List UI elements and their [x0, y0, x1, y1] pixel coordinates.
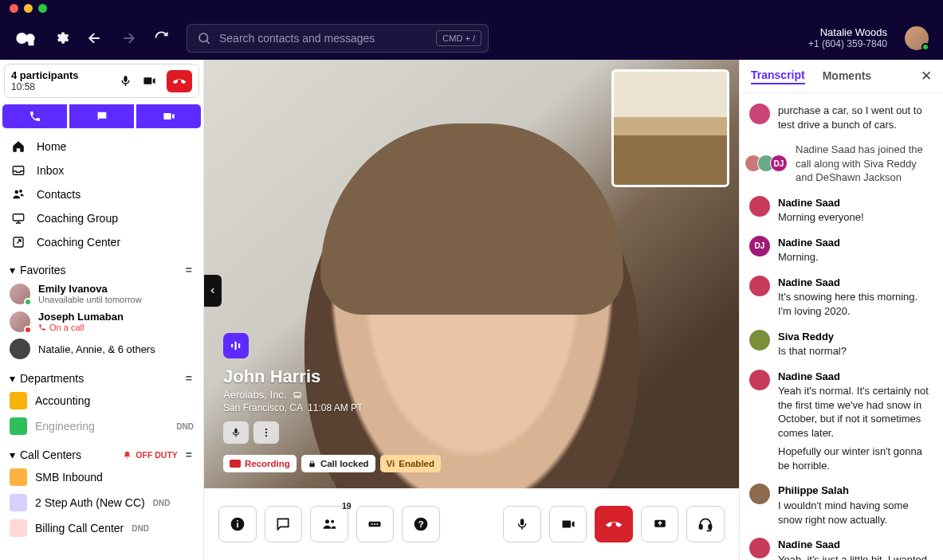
self-view[interactable]: [611, 69, 729, 187]
departments-header[interactable]: ▾ Departments =: [8, 369, 195, 388]
svg-rect-11: [294, 392, 301, 396]
department-name: Accounting: [35, 394, 194, 407]
nav-home-label: Home: [37, 140, 66, 153]
call-controls-bar: 19 ?: [204, 488, 739, 560]
recording-chip[interactable]: Recording: [223, 455, 297, 472]
avatar-icon: [10, 311, 30, 332]
nav-coaching-group[interactable]: Coaching Group: [8, 206, 195, 230]
nav-home[interactable]: Home: [8, 135, 195, 159]
window-zoom-dot[interactable]: [38, 4, 47, 13]
avatar-icon: [10, 284, 30, 304]
window-close-dot[interactable]: [10, 4, 18, 13]
favorite-name: Joseph Lumaban: [38, 311, 194, 323]
tab-transcript[interactable]: Transcript: [751, 69, 805, 84]
transcript-message: purchase a car, so I went out to test dr…: [749, 98, 933, 137]
participant-mic-button[interactable]: [223, 421, 249, 444]
current-user[interactable]: Natalie Woods +1 (604) 359-7840: [808, 26, 887, 49]
transcript-feed[interactable]: purchase a car, so I went out to test dr…: [740, 93, 943, 560]
svg-point-21: [371, 523, 373, 525]
search-input[interactable]: [219, 32, 428, 45]
current-user-name: Natalie Woods: [808, 26, 887, 38]
svg-rect-17: [237, 520, 238, 522]
call-center-item[interactable]: 2 Step Auth (New CC)DND: [8, 490, 195, 515]
avatar-icon: [749, 104, 770, 124]
call-centers-header[interactable]: ▾ Call Centers OFF DUTY =: [8, 445, 195, 464]
off-duty-badge[interactable]: OFF DUTY: [122, 450, 178, 460]
dial-button[interactable]: [2, 104, 67, 128]
laptop-icon: [292, 390, 303, 400]
svg-rect-28: [709, 525, 711, 529]
reorder-icon[interactable]: =: [186, 448, 194, 461]
nav-forward-icon: [120, 30, 136, 46]
external-link-icon: [11, 235, 26, 249]
department-item[interactable]: EngineeringDND: [8, 413, 195, 439]
tab-moments[interactable]: Moments: [823, 69, 871, 84]
nav-coaching-center[interactable]: Coaching Center: [8, 230, 195, 254]
help-button[interactable]: ?: [402, 506, 440, 542]
close-icon[interactable]: ✕: [921, 68, 932, 84]
collapse-sidebar-button[interactable]: [204, 275, 222, 307]
right-panel: Transcript Moments ✕ purchase a car, so …: [739, 60, 943, 560]
call-center-item[interactable]: SMB Inbound: [8, 464, 195, 490]
transcript-speaker: Nadine Saad: [778, 276, 933, 290]
favorite-status: On a call: [38, 323, 194, 332]
screenshare-button[interactable]: [641, 506, 679, 542]
transcript-text: It's snowing here this morning. I'm lovi…: [778, 290, 933, 318]
transcript-system-message: DJ Nadine Saad has joined the call along…: [749, 137, 933, 190]
avatar-icon: [749, 196, 770, 217]
reorder-icon[interactable]: =: [186, 372, 194, 385]
transcript-speaker: Nadine Saad: [778, 196, 933, 210]
reorder-icon[interactable]: =: [186, 264, 194, 276]
favorite-name: Natalie, Annie, & 6 others: [38, 343, 194, 355]
dnd-badge: DND: [153, 499, 171, 507]
favorite-item[interactable]: Natalie, Annie, & 6 others: [8, 335, 195, 362]
mute-button[interactable]: [503, 506, 541, 542]
dialpad-button[interactable]: [356, 506, 395, 542]
svg-rect-8: [231, 344, 233, 348]
call-locked-chip[interactable]: Call locked: [301, 455, 375, 472]
vi-enabled-chip[interactable]: ViEnabled: [380, 455, 441, 472]
color-swatch-icon: [10, 494, 27, 511]
svg-point-12: [265, 429, 267, 430]
video-icon[interactable]: [142, 74, 157, 88]
hangup-button[interactable]: [167, 70, 192, 92]
color-swatch-icon: [10, 519, 27, 537]
svg-point-14: [265, 435, 267, 437]
nav-contacts[interactable]: Contacts: [8, 182, 195, 206]
quick-actions: [0, 104, 203, 128]
current-user-avatar[interactable]: [905, 26, 929, 50]
chat-button[interactable]: [265, 506, 303, 542]
avatar-icon: [749, 330, 770, 350]
end-call-button[interactable]: [595, 506, 633, 542]
joined-avatars: DJ: [749, 143, 788, 185]
nav-inbox-label: Inbox: [37, 164, 64, 177]
caller-location: San Francisco, CA: [223, 402, 302, 413]
record-icon: [230, 460, 241, 468]
refresh-icon[interactable]: [154, 30, 169, 45]
favorite-item[interactable]: Emily IvanovaUnavailable until tomorrow: [8, 280, 195, 307]
message-button[interactable]: [69, 104, 134, 128]
window-minimize-dot[interactable]: [24, 4, 33, 13]
info-button[interactable]: [218, 506, 257, 542]
favorite-item[interactable]: Joseph LumabanOn a call: [8, 307, 195, 335]
nav-back-icon[interactable]: [87, 30, 103, 46]
favorites-header[interactable]: ▾ Favorites =: [8, 260, 195, 280]
presence-dot-icon: [24, 298, 32, 306]
avatar-icon: [749, 484, 770, 504]
camera-button[interactable]: [549, 506, 587, 542]
transcript-message: Nadine SaadMorning everyone!: [749, 190, 933, 230]
search-bar[interactable]: CMD + /: [187, 24, 489, 53]
transcript-message: Philippe SalahI wouldn't mind having som…: [749, 478, 933, 532]
nav-inbox[interactable]: Inbox: [8, 159, 195, 182]
settings-icon[interactable]: [54, 30, 69, 45]
start-video-button[interactable]: [136, 104, 201, 128]
dialpad-icon: [367, 516, 383, 532]
call-center-item[interactable]: Billing Call CenterDND: [8, 515, 195, 541]
participants-button[interactable]: 19: [310, 506, 348, 542]
headset-button[interactable]: [686, 506, 725, 542]
svg-point-19: [331, 520, 334, 523]
department-item[interactable]: Accounting: [8, 388, 195, 413]
screenshare-icon: [652, 517, 668, 531]
mic-icon[interactable]: [119, 74, 132, 88]
participant-more-button[interactable]: [253, 421, 279, 444]
